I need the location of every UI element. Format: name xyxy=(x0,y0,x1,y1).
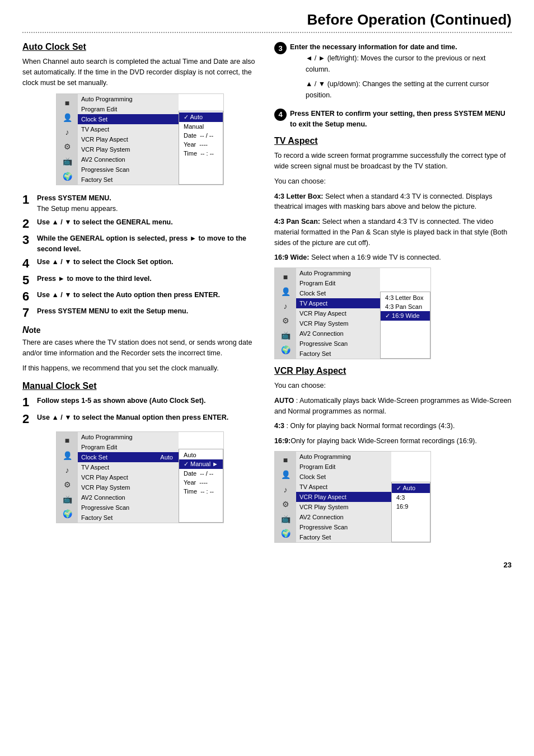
manual-step-text-1: Follow steps 1-5 as shown above (Auto Cl… xyxy=(37,396,205,406)
menu2-clock-set: Clock SetAuto xyxy=(78,452,179,462)
right-step-num-3: 3 xyxy=(274,42,287,54)
tv-menu-tv-aspect: TV Aspect xyxy=(296,298,380,308)
auto-clock-steps: 1 Press SYSTEM MENU.The Setup menu appea… xyxy=(22,193,257,320)
icon-gear-3: ⚙ xyxy=(278,315,293,326)
vcr-menu-list: Auto Programming Program Edit Clock Set … xyxy=(296,452,391,542)
header-rule xyxy=(22,32,512,33)
menu-screenshot-1: ■ 👤 ♪ ⚙ 📺 🌍 Auto Programming Program Edi… xyxy=(56,93,224,185)
right-step-text-3: Enter the necessary information for date… xyxy=(290,42,512,104)
right-step-text-4: Press ENTER to confirm your setting, the… xyxy=(290,109,512,130)
manual-step-num-1: 1 xyxy=(22,396,34,409)
vcr-menu-clock: Clock Set xyxy=(296,472,391,482)
vcr-sub-auto: ✓ Auto xyxy=(392,483,430,493)
note-block: Note There are cases where the TV statio… xyxy=(22,325,257,373)
icon-music-4: ♪ xyxy=(278,484,293,495)
icon-music-2: ♪ xyxy=(60,464,74,476)
main-content: Auto Clock Set When Channel auto search … xyxy=(22,42,512,550)
step-7: 7 Press SYSTEM MENU to exit the Setup me… xyxy=(22,306,257,320)
tv-menu-vcr-sys: VCR Play System xyxy=(296,318,380,328)
menu-row-vcr-sys: VCR Play System xyxy=(78,144,179,154)
tv-aspect-section: TV Aspect To record a wide screen format… xyxy=(274,136,512,359)
menu-row-av2: AV2 Connection xyxy=(78,154,179,165)
tv-sub-43ps: 4:3 Pan Scan xyxy=(381,302,430,311)
icon-doc-4: ■ xyxy=(278,454,293,466)
menu2-prog-scan: Progressive Scan xyxy=(78,503,179,513)
vcr-169: 16:9:Only for playing back Wide-Screen f… xyxy=(274,436,512,447)
step-num-5: 5 xyxy=(22,274,34,287)
icon-person-2: 👤 xyxy=(60,450,74,461)
manual-step-2: 2 Use ▲ / ▼ to select the Manual option … xyxy=(22,412,257,426)
menu-submenu-2: Auto ✓ Manual ► Date -- / -- Year ---- T… xyxy=(179,449,223,523)
vcr-choose: You can choose: xyxy=(274,381,512,391)
vcr-menu-vcr-sys: VCR Play System xyxy=(296,502,391,512)
menu-row-tv-aspect: TV Aspect xyxy=(78,124,179,134)
step-2: 2 Use ▲ / ▼ to select the GENERAL menu. xyxy=(22,217,257,231)
icon-tv-2: 📺 xyxy=(60,494,74,505)
icon-globe: 🌍 xyxy=(60,171,74,182)
tv-menu-prog-scan: Progressive Scan xyxy=(296,339,380,349)
step-num-6: 6 xyxy=(22,290,34,303)
tv-menu-list: Auto Programming Program Edit Clock Set … xyxy=(296,268,380,359)
tv-menu-prog-edit: Program Edit xyxy=(296,278,380,288)
icon-person-3: 👤 xyxy=(278,286,293,297)
menu-row-vcr-play: VCR Play Aspect xyxy=(78,134,179,144)
menu-icons-2: ■ 👤 ♪ ⚙ 📺 🌍 xyxy=(57,432,78,523)
icon-globe-4: 🌍 xyxy=(278,528,293,539)
menu2-factory: Factory Set xyxy=(78,513,179,523)
vcr-menu-submenu: ✓ Auto 4:3 16:9 xyxy=(391,482,430,542)
icon-globe-3: 🌍 xyxy=(278,344,293,355)
tv-menu-factory: Factory Set xyxy=(296,349,380,359)
submenu2-time: Time -- : -- xyxy=(179,487,223,496)
manual-clock-steps: 1 Follow steps 1-5 as shown above (Auto … xyxy=(22,396,257,425)
icon-tv: 📺 xyxy=(60,156,74,167)
step-6: 6 Use ▲ / ▼ to select the Auto option th… xyxy=(22,290,257,303)
tv-aspect-43ps: 4:3 Pan Scan: Select when a standard 4:3… xyxy=(274,217,512,248)
tv-menu-auto-prog: Auto Programming xyxy=(296,268,380,278)
tv-menu-vcr-play: VCR Play Aspect xyxy=(296,308,380,318)
step-num-1: 1 xyxy=(22,193,34,206)
vcr-menu-factory: Factory Set xyxy=(296,532,391,542)
right-step-3: 3 Enter the necessary information for da… xyxy=(274,42,512,104)
auto-clock-set-body: When Channel auto search is completed th… xyxy=(22,57,257,88)
step-text-6: Use ▲ / ▼ to select the Auto option then… xyxy=(37,290,220,300)
step-text-5: Press ► to move to the third level. xyxy=(37,274,152,284)
tv-menu-av2: AV2 Connection xyxy=(296,328,380,339)
submenu2-year: Year ---- xyxy=(179,478,223,487)
manual-clock-set-section: Manual Clock Set 1 Follow steps 1-5 as s… xyxy=(22,381,257,523)
right-step-4: 4 Press ENTER to confirm your setting, t… xyxy=(274,109,512,130)
menu-icons-1: ■ 👤 ♪ ⚙ 📺 🌍 xyxy=(57,94,78,185)
submenu2-auto: Auto xyxy=(179,450,223,459)
note-text-2: If this happens, we recommend that you s… xyxy=(22,363,257,374)
vcr-menu-prog-edit: Program Edit xyxy=(296,462,391,472)
submenu2-manual: ✓ Manual ► xyxy=(179,459,223,469)
step-num-4: 4 xyxy=(22,257,34,270)
page-header: Before Operation (Continued) xyxy=(22,11,512,29)
menu-list-1: Auto Programming Program Edit Clock Set … xyxy=(78,94,179,185)
tv-aspect-169: 16:9 Wide: Select when a 16:9 wide TV is… xyxy=(274,252,512,263)
manual-step-num-2: 2 xyxy=(22,412,34,426)
submenu-auto: ✓ Auto xyxy=(179,112,223,122)
icon-gear-4: ⚙ xyxy=(278,499,293,510)
step-3: 3 While the GENERAL option is selected, … xyxy=(22,233,257,255)
manual-clock-set-title: Manual Clock Set xyxy=(22,381,257,391)
icon-doc: ■ xyxy=(60,97,74,109)
step-num-3: 3 xyxy=(22,233,34,247)
manual-step-text-2: Use ▲ / ▼ to select the Manual option th… xyxy=(37,412,228,423)
menu2-vcr-play: VCR Play Aspect xyxy=(78,472,179,482)
menu-screenshot-2: ■ 👤 ♪ ⚙ 📺 🌍 Auto Programming Program Edi… xyxy=(56,431,224,523)
menu2-tv-aspect: TV Aspect xyxy=(78,462,179,472)
note-title: Note xyxy=(22,325,257,335)
auto-clock-set-section: Auto Clock Set When Channel auto search … xyxy=(22,42,257,373)
icon-person-4: 👤 xyxy=(278,469,293,480)
step-1: 1 Press SYSTEM MENU.The Setup menu appea… xyxy=(22,193,257,214)
icon-doc-2: ■ xyxy=(60,435,74,446)
menu2-vcr-sys: VCR Play System xyxy=(78,482,179,492)
menu-row-factory: Factory Set xyxy=(78,175,179,185)
step-text-2: Use ▲ / ▼ to select the GENERAL menu. xyxy=(37,217,173,228)
submenu2-date: Date -- / -- xyxy=(179,469,223,478)
step-text-4: Use ▲ / ▼ to select the Clock Set option… xyxy=(37,257,174,267)
submenu-date: Date -- / -- xyxy=(179,131,223,140)
vcr-auto: AUTO : Automatically plays back Wide-Scr… xyxy=(274,396,512,417)
submenu-time: Time -- : -- xyxy=(179,149,223,158)
right-column: 3 Enter the necessary information for da… xyxy=(274,42,512,550)
